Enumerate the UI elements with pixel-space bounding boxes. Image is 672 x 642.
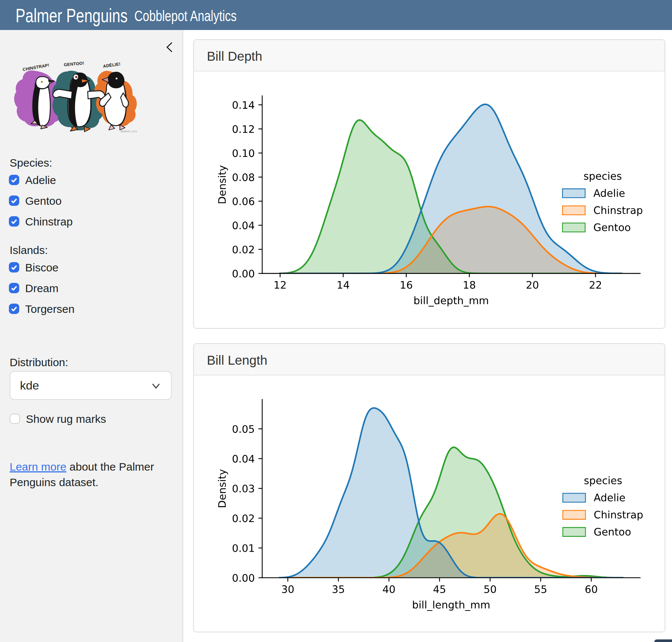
svg-text:GENTOO!: GENTOO! <box>64 61 84 67</box>
svg-text:CHINSTRAP!: CHINSTRAP! <box>22 63 50 71</box>
svg-text:@allison_horst: @allison_horst <box>121 130 137 133</box>
svg-text:ADĒLIE!: ADĒLIE! <box>103 61 121 68</box>
